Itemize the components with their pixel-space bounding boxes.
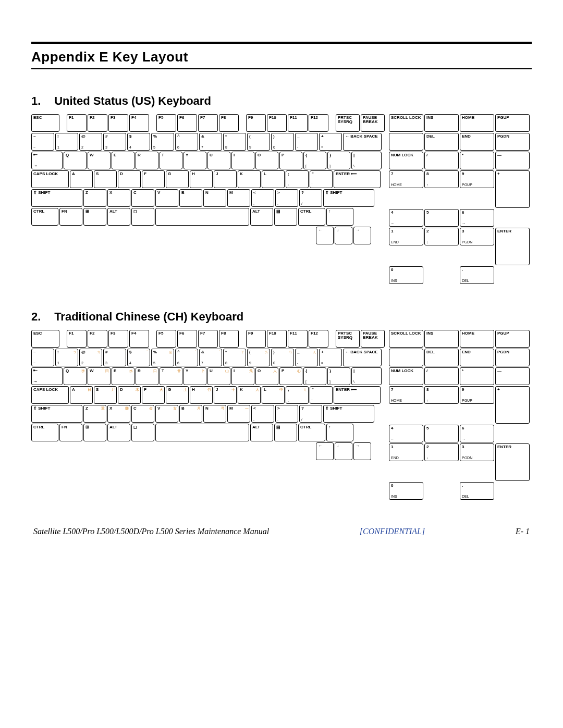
- key-letter: S: [94, 170, 117, 188]
- key-numpad: 7HOME: [389, 386, 423, 404]
- key-num: ~~: [31, 349, 54, 366]
- key-num: +=: [319, 133, 342, 151]
- section-title-1: United Status (US) Keyboard: [54, 94, 211, 107]
- key-letter: H竹: [190, 386, 213, 404]
- key-mod: [155, 424, 249, 441]
- key-numpad: 8↑: [424, 170, 459, 188]
- key-letter: E: [112, 152, 134, 169]
- key-arrow: →: [353, 442, 371, 460]
- key-numpad: NUM LOCK: [389, 367, 423, 385]
- key-letter: C: [131, 189, 154, 207]
- section-heading-1: 1. United Status (US) Keyboard: [31, 94, 532, 108]
- key-fn: F9: [246, 330, 266, 348]
- key-letter: F: [142, 170, 165, 188]
- key-num: @2: [79, 133, 102, 151]
- key-numpad: 0INS: [389, 482, 423, 500]
- key-num: ← BACK SPACE: [343, 349, 382, 366]
- key-letter: Z重: [83, 405, 106, 423]
- section-num-2: 2.: [31, 310, 51, 324]
- page-footer: Satellite L500/Pro L500/L500D/Pro L500 S…: [31, 527, 532, 536]
- key-fn: F10: [267, 330, 287, 348]
- title-underline: [31, 68, 532, 69]
- key-fn: F9: [246, 114, 266, 132]
- section-num-1: 1.: [31, 94, 51, 108]
- key-letter: ;:: [286, 170, 309, 188]
- key-numpad: 9PGUP: [460, 386, 494, 404]
- key-letter: N: [203, 189, 226, 207]
- key-numpad: SCROLL LOCK: [389, 114, 423, 132]
- key-num: (9ㄞ: [247, 349, 270, 366]
- key-letter: }]: [327, 367, 350, 385]
- key-mod: ◻: [131, 208, 154, 226]
- key-numpad-enter: ENTER: [495, 443, 530, 481]
- key-letter: ;:ㄤ: [286, 386, 309, 404]
- key-letter: W田: [88, 367, 111, 385]
- key-numpad: 8↑: [424, 386, 459, 404]
- key-numpad: [389, 133, 423, 151]
- key-numpad: INS: [424, 114, 459, 132]
- key-letter: G土: [166, 386, 189, 404]
- key-numpad: 9PGUP: [460, 170, 494, 188]
- keyboard-ch-figure: ESCF1F2F3F4F5F6F7F8F9F10F11F12PRTSC SYSR…: [31, 330, 532, 501]
- key-arrow: ←: [316, 227, 334, 244]
- key-mod: FN: [59, 208, 82, 226]
- key-numpad-enter: ENTER: [495, 228, 530, 265]
- footer-center: [CONFIDENTIAL]: [360, 527, 425, 536]
- key-letter: ⇧ SHIFT: [323, 189, 374, 207]
- key-numpad: 6→: [460, 425, 494, 442]
- key-mod: ⊞: [83, 424, 106, 441]
- key-num: +=: [319, 349, 342, 366]
- key-letter: Q手: [64, 367, 87, 385]
- key-num: !1: [55, 133, 78, 151]
- key-numpad: 4←: [389, 209, 423, 227]
- key-letter: M: [227, 189, 250, 207]
- key-fn: F1: [67, 330, 87, 348]
- key-fn: PAUSE BREAK: [361, 330, 385, 348]
- key-numpad: .DEL: [460, 266, 494, 284]
- key-numpad: 3PGDN: [460, 228, 494, 245]
- key-fn: F3: [108, 330, 128, 348]
- key-letter: B月: [179, 405, 202, 423]
- key-letter: H: [190, 170, 213, 188]
- key-numpad: 0INS: [389, 266, 423, 284]
- section-title-2: Traditional Chinese (CH) Keyboard: [54, 310, 243, 323]
- top-rule: [31, 42, 532, 44]
- key-numpad: NUM LOCK: [389, 152, 423, 169]
- key-num: #3ˇ: [103, 349, 126, 366]
- key-num: )0: [271, 133, 294, 151]
- key-letter: I戈: [231, 367, 254, 385]
- key-letter: |\: [351, 367, 382, 385]
- key-fn: F11: [288, 330, 308, 348]
- key-numpad: PGUP: [495, 114, 530, 132]
- key-letter: E水: [112, 367, 134, 385]
- key-letter: Y: [183, 152, 206, 169]
- key-letter: ⭰⭲: [31, 152, 63, 169]
- footer-left: Satellite L500/Pro L500/L500D/Pro L500 S…: [33, 527, 269, 536]
- key-letter: O: [255, 152, 278, 169]
- key-mod: CTRL: [31, 208, 58, 226]
- key-fn: F5: [156, 114, 176, 132]
- key-letter: ⇧ SHIFT: [31, 189, 82, 207]
- page-title: Appendix E Key Layout: [31, 49, 532, 65]
- key-fn: F10: [267, 114, 287, 132]
- key-letter: A: [70, 170, 93, 188]
- key-numpad: END: [460, 133, 494, 151]
- key-numpad: 1END: [389, 443, 423, 461]
- key-letter: ENTER ⟵: [334, 386, 381, 404]
- key-numpad: —: [495, 367, 530, 385]
- key-numpad: 2↓: [424, 228, 459, 245]
- key-num: _-: [295, 133, 318, 151]
- key-numpad: *: [460, 367, 494, 385]
- key-numpad: PGDN: [495, 133, 530, 151]
- key-num: *8: [223, 133, 246, 151]
- key-letter: M一: [227, 405, 250, 423]
- key-mod: FN: [59, 424, 82, 441]
- key-letter: ?/: [299, 189, 322, 207]
- key-letter: ?/: [299, 405, 322, 423]
- key-letter: P: [279, 152, 302, 169]
- key-numpad: .DEL: [460, 482, 494, 500]
- key-mod: [155, 208, 249, 226]
- key-fn: F5: [156, 330, 176, 348]
- key-letter: ⭰⭲: [31, 367, 63, 385]
- key-num: !1ㄅ: [55, 349, 78, 366]
